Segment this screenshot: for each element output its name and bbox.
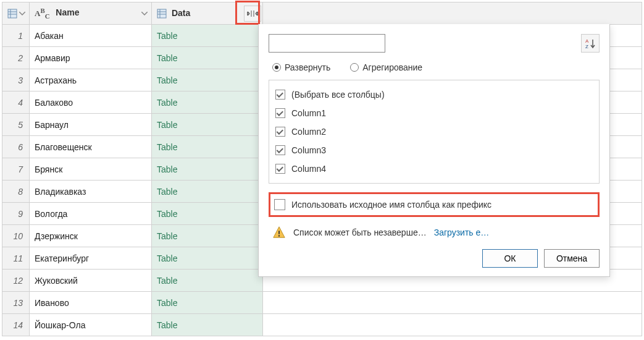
row-number-cell[interactable]: 6 [2, 136, 30, 158]
svg-rect-4 [157, 9, 166, 18]
table-icon [7, 9, 17, 19]
name-cell[interactable]: Дзержинск [30, 225, 152, 247]
radio-empty-icon [350, 63, 359, 72]
row-number-cell[interactable]: 2 [2, 47, 30, 69]
sort-button[interactable]: A Z [581, 34, 600, 53]
select-all-label: (Выбрать все столбцы) [291, 90, 385, 100]
column1-label: Column1 [291, 108, 326, 118]
name-cell[interactable]: Барнаул [30, 114, 152, 136]
name-column-header[interactable]: ABC Name [30, 2, 152, 25]
check-column3[interactable]: Column3 [275, 141, 593, 159]
expand-columns-popup: A Z Развернуть Агрегирование (Выбрать вс… [258, 24, 610, 277]
data-cell[interactable]: Table [152, 114, 263, 136]
blank-cell [263, 292, 642, 314]
load-more-link[interactable]: Загрузить е… [434, 227, 490, 237]
checkbox-icon [275, 164, 285, 174]
name-cell[interactable]: Жуковский [30, 270, 152, 292]
blank-cell [263, 314, 642, 336]
row-number-cell[interactable]: 11 [2, 247, 30, 270]
svg-point-14 [278, 235, 280, 236]
radio-aggregate-label: Агрегирование [362, 62, 422, 72]
data-cell[interactable]: Table [152, 225, 263, 247]
data-cell[interactable]: Table [152, 247, 263, 270]
text-type-icon: ABC [35, 7, 51, 20]
blank-header [263, 2, 642, 25]
row-number-cell[interactable]: 3 [2, 69, 30, 91]
row-number-cell[interactable]: 10 [2, 225, 30, 247]
name-cell[interactable]: Вологда [30, 203, 152, 225]
data-header-label: Data [172, 8, 190, 18]
name-cell[interactable]: Благовещенск [30, 136, 152, 158]
data-cell[interactable]: Table [152, 136, 263, 158]
name-header-label: Name [56, 7, 79, 17]
sort-az-icon: A Z [585, 38, 596, 49]
row-number-cell[interactable]: 5 [2, 114, 30, 136]
radio-expand-label: Развернуть [285, 62, 330, 72]
warning-row: Список может быть незаверше… Загрузить е… [272, 226, 600, 239]
svg-text:Z: Z [585, 44, 588, 49]
svg-text:A: A [585, 38, 589, 44]
name-cell[interactable]: Екатеринбург [30, 247, 152, 270]
column2-label: Column2 [291, 127, 326, 137]
data-cell[interactable]: Table [152, 181, 263, 203]
checkbox-icon [274, 199, 285, 210]
data-cell[interactable]: Table [152, 292, 263, 314]
checkbox-icon [275, 108, 285, 118]
data-cell[interactable]: Table [152, 270, 263, 292]
check-select-all[interactable]: (Выбрать все столбцы) [275, 85, 593, 104]
checkbox-icon [275, 127, 285, 137]
data-cell[interactable]: Table [152, 203, 263, 225]
name-cell[interactable]: Абакан [30, 25, 152, 47]
row-number-cell[interactable]: 9 [2, 203, 30, 225]
row-number-cell[interactable]: 14 [2, 314, 30, 336]
name-cell[interactable]: Владикавказ [30, 181, 152, 203]
warning-text: Список может быть незаверше… [293, 227, 427, 237]
row-number-cell[interactable]: 7 [2, 158, 30, 181]
cancel-button[interactable]: Отмена [544, 249, 600, 268]
use-prefix-label: Использовать исходное имя столбца как пр… [291, 200, 491, 210]
data-cell[interactable]: Table [152, 314, 263, 336]
name-cell[interactable]: Йошкар-Ола [30, 314, 152, 336]
radio-aggregate[interactable]: Агрегирование [350, 62, 422, 72]
name-cell[interactable]: Иваново [30, 292, 152, 314]
radio-dot-icon [272, 63, 281, 72]
search-input[interactable] [269, 34, 385, 53]
use-prefix-checkbox[interactable]: Использовать исходное имя столбца как пр… [269, 192, 600, 217]
row-number-cell[interactable]: 8 [2, 181, 30, 203]
chevron-down-icon[interactable] [140, 9, 149, 18]
name-cell[interactable]: Брянск [30, 158, 152, 181]
data-cell[interactable]: Table [152, 91, 263, 114]
columns-list: (Выбрать все столбцы) Column1 Column2 Co… [269, 80, 600, 184]
column3-label: Column3 [291, 145, 326, 155]
check-column1[interactable]: Column1 [275, 104, 593, 122]
data-column-header[interactable]: Data [152, 2, 263, 25]
data-cell[interactable]: Table [152, 47, 263, 69]
warning-icon [272, 226, 286, 239]
name-cell[interactable]: Армавир [30, 47, 152, 69]
data-cell[interactable]: Table [152, 69, 263, 91]
row-number-cell[interactable]: 4 [2, 91, 30, 114]
data-cell[interactable]: Table [152, 25, 263, 47]
check-column2[interactable]: Column2 [275, 122, 593, 141]
svg-rect-0 [8, 9, 17, 18]
row-number-header[interactable] [2, 2, 30, 25]
name-cell[interactable]: Астрахань [30, 69, 152, 91]
row-number-cell[interactable]: 1 [2, 25, 30, 47]
table-icon [157, 9, 167, 19]
data-cell[interactable]: Table [152, 158, 263, 181]
check-column4[interactable]: Column4 [275, 159, 593, 178]
row-number-cell[interactable]: 12 [2, 270, 30, 292]
radio-expand[interactable]: Развернуть [272, 62, 330, 72]
table-row[interactable]: 14Йошкар-ОлаTable [2, 314, 642, 336]
expand-icon [247, 9, 258, 18]
ok-button[interactable]: ОК [482, 249, 538, 268]
checkbox-icon [275, 90, 285, 100]
name-cell[interactable]: Балаково [30, 91, 152, 114]
checkbox-icon [275, 145, 285, 155]
column4-label: Column4 [291, 164, 326, 174]
expand-column-button[interactable] [244, 6, 261, 22]
row-number-cell[interactable]: 13 [2, 292, 30, 314]
chevron-down-icon[interactable] [18, 9, 27, 18]
table-row[interactable]: 13ИвановоTable [2, 292, 642, 314]
